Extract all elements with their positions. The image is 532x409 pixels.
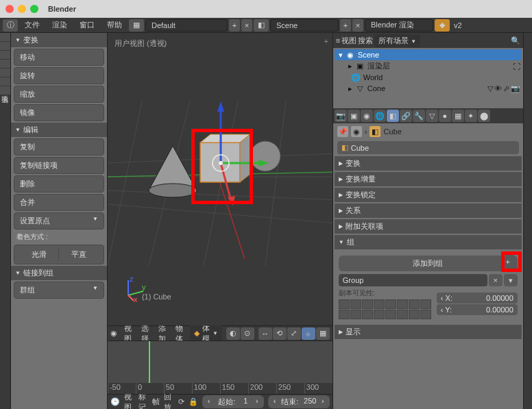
group-remove[interactable]: × [489, 274, 503, 286]
btn-dup-linked[interactable]: 复制链接项 [14, 157, 104, 174]
pin-icon[interactable]: 📌 [337, 126, 348, 137]
section-extra[interactable]: 附加关联项 [335, 219, 522, 234]
dupli-y[interactable]: ‹ Y:0.00000 [437, 304, 518, 315]
layout-remove[interactable]: × [241, 19, 252, 32]
tab-scene-icon[interactable]: ◉ [361, 110, 373, 122]
tree-cone[interactable]: ▸ ▽ Cone ▽ 👁 ⬀ 📷 [335, 83, 522, 94]
layout-dropdown[interactable]: Default [145, 19, 228, 32]
layout-add[interactable]: + [229, 19, 240, 32]
timeline-track[interactable]: -50 0 50 100 150 200 250 300 [108, 341, 332, 394]
btn-move[interactable]: 移动 [14, 49, 104, 66]
camera-restrict-icon[interactable]: 📷 [511, 84, 520, 93]
menu-help[interactable]: 帮助 [101, 18, 128, 32]
maximize-window[interactable] [30, 5, 38, 13]
panel-transform[interactable]: 变换 [11, 33, 107, 47]
view3d[interactable]: 用户视图 (透视) [108, 33, 332, 325]
menu-render[interactable]: 渲染 [47, 18, 73, 32]
dupli-visibility-grid[interactable] [339, 299, 431, 319]
scene-add[interactable]: + [340, 19, 351, 32]
vtab-create[interactable]: 创建 [0, 42, 10, 50]
tab-data-icon[interactable]: ▽ [426, 110, 438, 122]
tab-world-icon[interactable]: 🌐 [374, 110, 386, 122]
ol-filter[interactable]: 所有场景 ▼ [374, 34, 420, 47]
engine-dropdown[interactable]: Blender 渲染 [365, 19, 433, 32]
menu-file[interactable]: 文件 [19, 18, 45, 32]
manip-move-icon[interactable]: ↔ [258, 327, 272, 340]
vtab-physics[interactable]: 物理 [0, 69, 10, 77]
tab-material-icon[interactable]: ● [439, 110, 451, 122]
tl-frame[interactable]: 帧 [152, 397, 160, 407]
btn-delete[interactable]: 删除 [14, 175, 104, 193]
panel-link-group[interactable]: 链接到组 [11, 266, 107, 280]
shading-icon[interactable]: ◐ [226, 327, 240, 340]
scene-icon[interactable]: ◧ [254, 19, 269, 32]
ol-view[interactable]: 视图 [341, 36, 356, 46]
menu-window[interactable]: 窗口 [74, 18, 100, 32]
tab-object-icon[interactable]: ◧ [387, 110, 399, 122]
section-relations[interactable]: 关系 [335, 203, 522, 218]
tl-marker[interactable]: 标记 [138, 392, 149, 410]
tab-modifiers-icon[interactable]: 🔧 [413, 110, 425, 122]
add-to-group-button[interactable]: 添加到组 [339, 256, 518, 271]
viewport-plus-icon[interactable]: + [324, 37, 328, 45]
btn-duplicate[interactable]: 复制 [14, 138, 104, 156]
vtab-options[interactable]: 选项 [0, 86, 10, 95]
vtab-grease[interactable]: 挤压 [0, 77, 10, 86]
playhead[interactable] [149, 341, 150, 383]
tl-view[interactable]: 视图 [124, 392, 134, 410]
manip-scale-icon[interactable]: ⤢ [287, 327, 301, 340]
scene-remove[interactable]: × [352, 19, 363, 32]
pivot-icon[interactable]: ⊙ [241, 327, 254, 340]
end-frame[interactable]: ‹结束:250› [268, 395, 330, 408]
object-name-field[interactable]: ◧ Cube [337, 141, 519, 154]
vtab-tools[interactable]: 工具 [0, 33, 10, 41]
section-lock[interactable]: 变换锁定 [335, 188, 522, 202]
dupli-x[interactable]: ‹ X:0.00000 [437, 293, 518, 303]
manip-rotate-icon[interactable]: ⟲ [273, 327, 287, 340]
btn-join[interactable]: 合并 [14, 194, 104, 211]
ol-search[interactable]: 搜索 [358, 36, 373, 46]
tab-texture-icon[interactable]: ▦ [452, 110, 464, 122]
outliner-type-icon[interactable]: ≡ [336, 36, 340, 45]
info-icon[interactable]: ⓘ [3, 19, 18, 32]
scene-dropdown[interactable]: Scene [270, 19, 339, 32]
start-frame[interactable]: ‹起始:1› [202, 395, 264, 408]
group-name-field[interactable]: Group [339, 274, 487, 286]
vtab-relations[interactable]: 关系 [0, 51, 10, 59]
tab-constraints-icon[interactable]: 🔗 [400, 110, 412, 122]
section-delta[interactable]: 变换增量 [335, 172, 522, 186]
btn-mirror[interactable]: 镜像 [14, 104, 104, 121]
tab-particles-icon[interactable]: ✦ [465, 110, 477, 122]
tab-physics-icon[interactable]: ⬤ [478, 110, 490, 122]
layout-icon[interactable]: ▦ [129, 19, 144, 32]
panel-edit[interactable]: 编辑 [11, 123, 107, 137]
tl-playback[interactable]: 回放 [164, 392, 174, 410]
close-window[interactable] [5, 5, 14, 13]
tab-layers-icon[interactable]: ▣ [348, 110, 360, 122]
outliner-tree[interactable]: ▾ ◉ Scene ▸ ▣ 渲染层 ⛶ 🌐 World ▸ ▽ [333, 48, 523, 108]
scrollbar[interactable] [523, 33, 532, 409]
global-icon[interactable]: ⟐ [302, 327, 315, 340]
sync-icon[interactable]: ⟳ [178, 397, 184, 406]
tab-render-icon[interactable]: 📷 [335, 110, 347, 122]
section-display[interactable]: 显示 [335, 325, 522, 339]
section-group[interactable]: 组 [335, 235, 522, 249]
editor-type-icon[interactable]: ◉ [110, 329, 117, 338]
btn-rotate[interactable]: 旋转 [14, 67, 104, 84]
cursor-icon[interactable]: ⬀ [503, 84, 509, 93]
search-icon[interactable]: 🔍 [511, 36, 520, 45]
minimize-window[interactable] [18, 5, 26, 13]
vtab-anim[interactable]: 动画 [0, 60, 10, 68]
eye-icon[interactable]: 👁 [494, 84, 502, 93]
btn-group[interactable]: 群组 ▼ [14, 282, 104, 299]
tree-renderlayers[interactable]: ▸ ▣ 渲染层 ⛶ [335, 60, 522, 72]
tree-scene[interactable]: ▾ ◉ Scene [335, 49, 522, 60]
shade-buttons[interactable]: 光滑平直 [14, 245, 104, 264]
timeline-editor-icon[interactable]: 🕒 [110, 397, 120, 406]
section-transform[interactable]: 变换 [335, 156, 522, 171]
btn-scale[interactable]: 缩放 [14, 86, 104, 103]
layers-icon[interactable]: ▦ [316, 327, 330, 340]
lock-icon[interactable]: 🔒 [189, 397, 198, 406]
btn-set-origin[interactable]: 设置原点 ▼ [14, 212, 104, 230]
group-specials[interactable]: ▾ [504, 274, 518, 286]
